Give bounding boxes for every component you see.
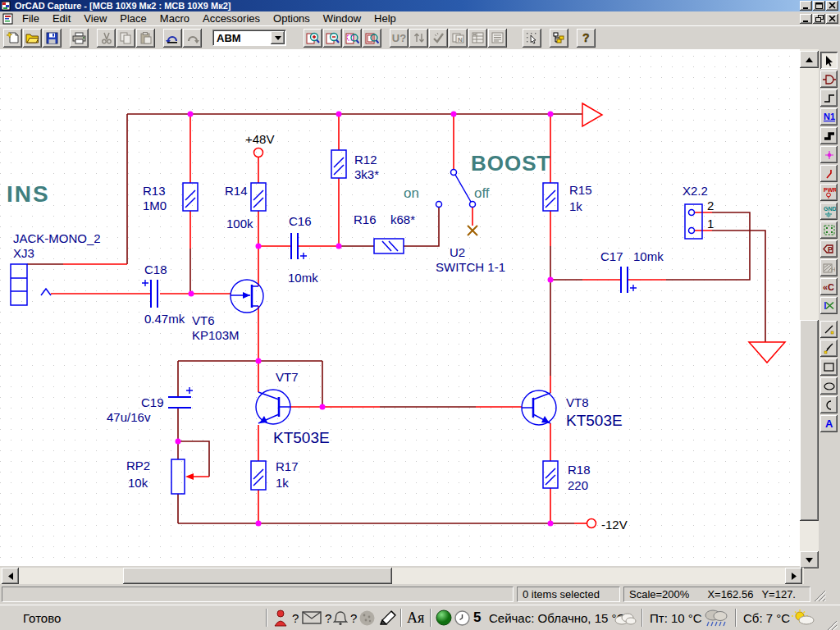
- resistor-r13[interactable]: [183, 183, 198, 211]
- user-tray-icon[interactable]: [272, 605, 289, 630]
- vt6-ref[interactable]: VT6: [192, 313, 215, 327]
- select-tool-icon[interactable]: [820, 52, 838, 69]
- resistor-r16[interactable]: [374, 239, 404, 253]
- rp2-value[interactable]: 10k: [128, 476, 148, 490]
- resize-grip-icon[interactable]: [812, 589, 827, 601]
- place-offpage-connector-icon[interactable]: «C: [820, 278, 838, 295]
- resistor-r12[interactable]: [331, 150, 346, 178]
- net-label-boost[interactable]: BOOST: [471, 151, 550, 176]
- c16-ref[interactable]: C16: [289, 214, 312, 228]
- transistor-vt7[interactable]: [256, 390, 290, 424]
- x22-ref[interactable]: X2.2: [682, 184, 708, 198]
- menu-accessories[interactable]: Accessories: [196, 11, 267, 25]
- draw-polyline-icon[interactable]: [820, 340, 838, 357]
- menu-options[interactable]: Options: [267, 11, 317, 25]
- switch-u2[interactable]: [436, 170, 476, 208]
- menu-window[interactable]: Window: [317, 11, 368, 25]
- r18-ref[interactable]: R18: [568, 463, 591, 477]
- place-power-icon[interactable]: PWR: [820, 184, 838, 201]
- new-document-icon[interactable]: [3, 29, 22, 48]
- r16-value[interactable]: k68*: [390, 212, 415, 226]
- save-icon[interactable]: [43, 29, 62, 48]
- c18-value[interactable]: 0.47mk: [144, 312, 185, 326]
- menu-help[interactable]: Help: [368, 11, 403, 25]
- vertical-scroll-thumb[interactable]: [800, 320, 819, 521]
- resistor-r18[interactable]: [543, 461, 558, 488]
- u2-value[interactable]: SWITCH 1-1: [436, 260, 505, 274]
- r15-value[interactable]: 1k: [569, 199, 582, 213]
- globe-tray-icon[interactable]: [358, 605, 376, 630]
- hierarchy-icon[interactable]: [550, 29, 568, 48]
- horizontal-scroll-thumb[interactable]: [123, 568, 392, 584]
- r12-ref[interactable]: R12: [354, 153, 377, 167]
- menu-place[interactable]: Place: [113, 11, 153, 25]
- no-connect-icon[interactable]: [468, 226, 477, 235]
- net-label-ins[interactable]: INS: [7, 181, 50, 207]
- place-bus-entry-icon[interactable]: [820, 165, 838, 182]
- place-net-alias-icon[interactable]: N1: [820, 108, 838, 126]
- scroll-left-icon[interactable]: [2, 568, 19, 584]
- mdi-restore-icon[interactable]: [813, 14, 825, 24]
- zoom-in-icon[interactable]: [304, 29, 322, 48]
- taskbar-resize-grip-icon[interactable]: [825, 620, 838, 630]
- pencil-tray-icon[interactable]: [378, 605, 397, 630]
- status-sphere-icon[interactable]: [436, 605, 452, 630]
- zoom-area-icon[interactable]: [343, 29, 362, 48]
- zoom-out-icon[interactable]: [323, 29, 342, 48]
- r17-value[interactable]: 1k: [276, 476, 289, 490]
- place-bus-icon[interactable]: [820, 127, 838, 144]
- r14-value[interactable]: 100k: [226, 217, 253, 231]
- scroll-right-icon[interactable]: [785, 568, 802, 584]
- potentiometer-rp2[interactable]: [171, 459, 185, 494]
- vt6-value[interactable]: KP103M: [192, 328, 240, 342]
- vt8-value[interactable]: KT503E: [566, 412, 623, 429]
- r14-ref[interactable]: R14: [225, 184, 248, 198]
- vt7-value[interactable]: KT503E: [273, 429, 330, 446]
- keyboard-layout-indicator[interactable]: Ая: [407, 605, 424, 630]
- transistor-vt6[interactable]: [231, 280, 263, 313]
- r15-ref[interactable]: R15: [569, 183, 592, 197]
- resistor-r17[interactable]: [251, 461, 266, 490]
- jack-xj3[interactable]: [11, 264, 51, 305]
- connector-x22[interactable]: [685, 204, 702, 239]
- combobox-dropdown-icon[interactable]: [271, 31, 285, 44]
- place-text-icon[interactable]: A: [820, 415, 838, 432]
- snap-to-grid-icon[interactable]: [523, 29, 541, 48]
- power-label-48v[interactable]: +48V: [245, 132, 274, 146]
- schematic-canvas[interactable]: INS BOOST JACK-MONO_2 XJ3 R13 1M0 R14 10…: [0, 49, 800, 566]
- macro-combobox[interactable]: ABM: [212, 30, 286, 46]
- minimize-icon[interactable]: [800, 1, 812, 11]
- place-ground-icon[interactable]: GND: [820, 203, 838, 220]
- place-wire-icon[interactable]: [820, 89, 838, 107]
- c19-ref[interactable]: C19: [141, 395, 164, 409]
- horizontal-scrollbar[interactable]: [0, 568, 804, 584]
- xj3-value[interactable]: JACK-MONO_2: [13, 231, 101, 245]
- draw-rectangle-icon[interactable]: [820, 358, 838, 376]
- place-hierarchical-block-icon[interactable]: [820, 221, 838, 239]
- c18-ref[interactable]: C18: [144, 262, 167, 276]
- scroll-down-icon[interactable]: [800, 551, 819, 568]
- r16-ref[interactable]: R16: [354, 212, 377, 226]
- power-label-12v[interactable]: -12V: [601, 518, 628, 532]
- draw-line-icon[interactable]: [820, 321, 838, 338]
- mdi-close-icon[interactable]: [826, 14, 838, 24]
- capacitor-c19[interactable]: [168, 387, 193, 408]
- maximize-icon[interactable]: [813, 1, 825, 11]
- weather-saturday[interactable]: Сб: 7 °C: [743, 605, 790, 630]
- r18-value[interactable]: 220: [568, 478, 588, 492]
- r13-value[interactable]: 1M0: [143, 199, 167, 212]
- scroll-up-icon[interactable]: [800, 51, 819, 68]
- mdi-minimize-icon[interactable]: [800, 14, 812, 24]
- menu-edit[interactable]: Edit: [46, 11, 77, 25]
- mail-tray-icon[interactable]: [302, 605, 322, 630]
- zoom-all-icon[interactable]: [363, 29, 381, 48]
- resistor-r14[interactable]: [251, 183, 266, 211]
- vt8-ref[interactable]: VT8: [566, 395, 589, 409]
- place-part-icon[interactable]: [820, 71, 838, 88]
- switch-label-off[interactable]: off: [474, 185, 490, 201]
- open-file-icon[interactable]: [23, 29, 42, 48]
- menu-file[interactable]: File: [16, 11, 46, 25]
- weather-friday[interactable]: Пт: 10 °C: [650, 605, 702, 630]
- draw-arc-icon[interactable]: [820, 396, 838, 413]
- help-icon[interactable]: ?: [577, 29, 596, 48]
